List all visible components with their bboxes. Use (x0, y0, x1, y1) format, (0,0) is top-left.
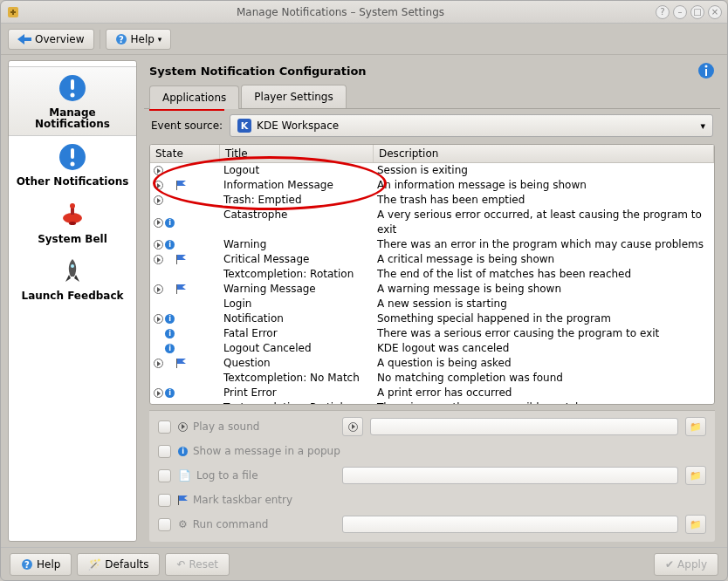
table-row[interactable]: Critical MessageA critical message is be… (150, 252, 714, 267)
help-button[interactable]: ? Help (10, 553, 72, 576)
sidebar-item-manage-notifications[interactable]: Manage Notifications (9, 66, 136, 136)
title-cell: Question (220, 356, 374, 371)
table-row[interactable]: iPrint ErrorA print error has occurred (150, 386, 714, 400)
state-cell: i (150, 208, 220, 237)
sidebar-item-other-notifications[interactable]: Other Notifications (9, 136, 136, 193)
footer-buttons: ? Help 🪄 Defaults ↶ Reset ✔ Apply (1, 547, 727, 580)
settings-window: Manage Notifications – System Settings ?… (0, 0, 728, 581)
option-log-row: 📄 Log to a file 📁 (158, 463, 706, 488)
svg-rect-15 (705, 69, 707, 76)
taskbar-label: Mark taskbar entry (193, 494, 292, 506)
browse-sound-button[interactable]: 📁 (685, 417, 706, 436)
apply-button-label: Apply (677, 558, 707, 571)
event-source-value: KDE Workspace (257, 120, 339, 132)
window-title: Manage Notifications – System Settings (25, 6, 656, 18)
undo-icon: ↶ (176, 558, 185, 571)
chevron-down-icon: ▾ (158, 35, 162, 44)
state-cell (150, 371, 220, 386)
table-row[interactable]: LoginA new session is starting (150, 297, 714, 311)
sidebar-item-launch-feedback[interactable]: Launch Feedback (9, 250, 136, 307)
page-title: System Notification Configuration (149, 65, 697, 78)
column-state[interactable]: State (150, 145, 220, 162)
help-menu-label: Help (131, 33, 155, 45)
defaults-button[interactable]: 🪄 Defaults (77, 553, 160, 576)
info-icon: i (165, 329, 175, 338)
column-description[interactable]: Description (374, 145, 714, 162)
apply-button[interactable]: ✔ Apply (654, 553, 718, 576)
help-menu-button[interactable]: ? Help ▾ (106, 29, 172, 50)
window-controls: ? – □ × (656, 5, 722, 19)
maximize-button[interactable]: □ (690, 5, 704, 19)
event-source-dropdown[interactable]: K KDE Workspace ▾ (230, 114, 713, 137)
log-file-input[interactable] (342, 467, 678, 484)
info-icon: i (178, 447, 188, 456)
taskbar-checkbox[interactable] (158, 494, 171, 507)
tab-applications[interactable]: Applications (149, 85, 239, 109)
state-cell (150, 178, 220, 193)
flag-icon (178, 496, 188, 505)
title-cell: Login (220, 297, 374, 311)
reset-button-label: Reset (189, 558, 219, 571)
table-row[interactable]: iWarningThere was an error in the progra… (150, 237, 714, 252)
sidebar-item-label: Launch Feedback (12, 290, 133, 302)
title-cell: Textcompletion: Rotation (220, 267, 374, 282)
table-row[interactable]: iNotificationSomething special happened … (150, 311, 714, 326)
column-title[interactable]: Title (220, 145, 374, 162)
tab-player-settings[interactable]: Player Settings (241, 85, 346, 108)
title-cell: Print Error (220, 386, 374, 400)
table-row[interactable]: Information MessageAn information messag… (150, 178, 714, 193)
wand-icon: 🪄 (88, 558, 101, 571)
main-header: System Notification Configuration (144, 60, 720, 85)
close-button[interactable]: × (708, 5, 722, 19)
table-body[interactable]: LogoutSession is exitingInformation Mess… (150, 163, 714, 404)
title-cell: Textcompletion: No Match (220, 371, 374, 386)
minimize-button[interactable]: – (673, 5, 687, 19)
svg-point-5 (71, 93, 75, 98)
table-row[interactable]: LogoutSession is exiting (150, 163, 714, 178)
table-row[interactable]: Textcompletion: RotationThe end of the l… (150, 267, 714, 282)
table-row[interactable]: Textcompletion: No MatchNo matching comp… (150, 371, 714, 386)
kde-icon: K (237, 119, 251, 133)
sidebar: Manage Notifications Other Notifications… (8, 60, 137, 542)
table-row[interactable]: iLogout CanceledKDE logout was canceled (150, 341, 714, 356)
table-row[interactable]: QuestionA question is being asked (150, 356, 714, 371)
state-cell (150, 193, 220, 208)
info-icon[interactable] (697, 62, 715, 79)
reset-button[interactable]: ↶ Reset (165, 553, 230, 576)
description-cell: An information message is being shown (374, 178, 714, 193)
description-cell: There is more than one possible match (374, 400, 714, 404)
events-table: State Title Description LogoutSession is… (149, 144, 715, 405)
state-cell (150, 163, 220, 178)
table-row[interactable]: iFatal ErrorThere was a serious error ca… (150, 326, 714, 341)
sidebar-item-label: System Bell (12, 234, 133, 245)
description-cell: A print error has occurred (374, 386, 714, 400)
browse-command-button[interactable]: 📁 (685, 515, 706, 534)
table-row[interactable]: Trash: EmptiedThe trash has been emptied (150, 193, 714, 208)
overview-button[interactable]: Overview (8, 29, 94, 50)
command-input[interactable] (342, 516, 678, 533)
sound-file-input[interactable] (370, 418, 678, 435)
info-icon: i (165, 240, 175, 249)
table-row[interactable]: Textcompletion: Partial MatchThere is mo… (150, 400, 714, 404)
gear-icon: ⚙ (178, 518, 188, 530)
play-icon (154, 240, 163, 249)
preview-sound-button[interactable] (342, 417, 363, 436)
browse-log-button[interactable]: 📁 (685, 466, 706, 485)
play-sound-checkbox[interactable] (158, 420, 171, 434)
sidebar-item-system-bell[interactable]: System Bell (9, 194, 136, 250)
run-checkbox[interactable] (158, 518, 171, 531)
popup-checkbox[interactable] (158, 445, 171, 458)
check-icon: ✔ (665, 558, 674, 571)
tab-bar: Applications Player Settings (144, 85, 720, 109)
log-checkbox[interactable] (158, 469, 171, 482)
table-row[interactable]: Warning MessageA warning message is bein… (150, 282, 714, 297)
event-source-label: Event source: (151, 120, 223, 132)
info-icon: i (165, 314, 175, 324)
svg-point-8 (71, 162, 75, 167)
state-cell (150, 252, 220, 267)
bell-icon (57, 199, 88, 230)
run-label: Run command (193, 518, 269, 530)
state-cell (150, 282, 220, 297)
table-row[interactable]: iCatastropheA very serious error occurre… (150, 208, 714, 237)
help-button-titlebar[interactable]: ? (656, 5, 670, 19)
